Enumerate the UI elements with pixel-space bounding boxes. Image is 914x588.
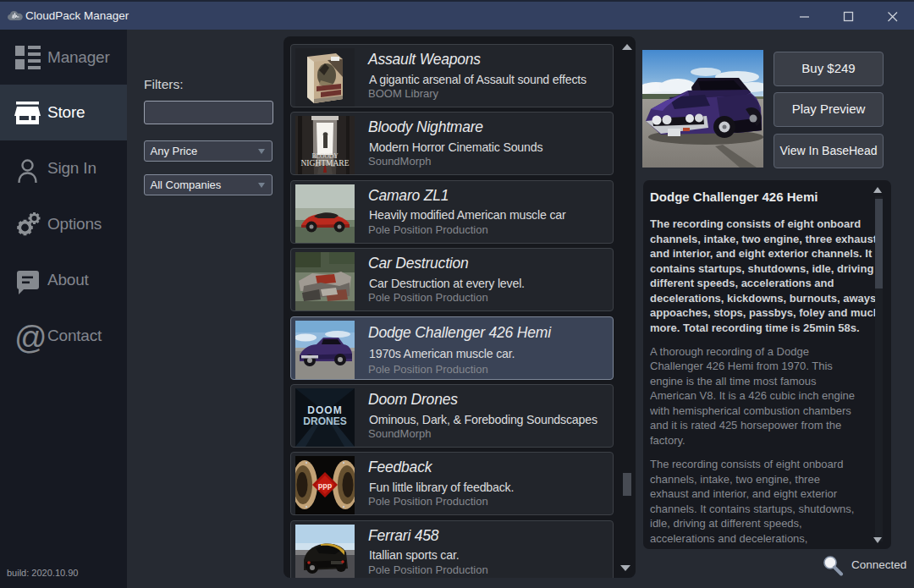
svg-text:DRONES: DRONES — [303, 415, 346, 427]
svg-text:ppp: ppp — [318, 481, 333, 490]
svg-text:DOOM: DOOM — [307, 404, 342, 416]
